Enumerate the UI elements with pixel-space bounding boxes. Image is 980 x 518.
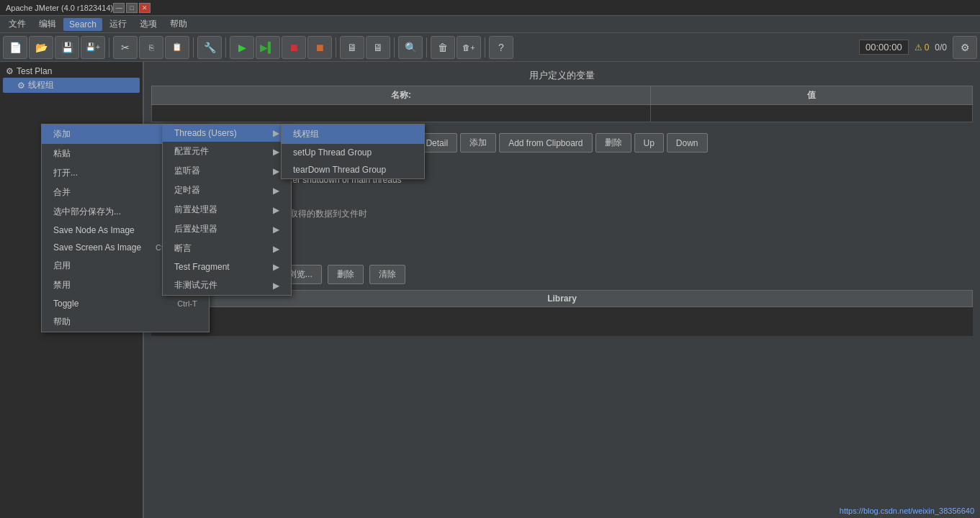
minimize-button[interactable]: —: [113, 3, 125, 13]
toolbar-save-as[interactable]: 💾+: [81, 36, 105, 59]
error-badge: 0/0: [935, 42, 947, 53]
menu-bar: 文件 编辑 Search 运行 选项 帮助: [0, 16, 980, 33]
menu-file[interactable]: 文件: [3, 17, 32, 32]
warning-badge: ⚠ 0: [914, 42, 930, 53]
ctx-help-label: 帮助: [53, 316, 71, 328]
ctx-nontestelem-label: 非测试元件: [174, 279, 217, 291]
timer-display: 00:00:00: [859, 40, 909, 55]
toolbar-clear-all[interactable]: 🗑+: [457, 36, 481, 59]
ctx-save-partial-label: 选中部分保存为...: [53, 206, 121, 218]
title-bar: Apache JMeter (4.0 r1823414) — □ ✕: [0, 0, 980, 16]
menu-edit[interactable]: 编辑: [33, 17, 62, 32]
toolbar-help[interactable]: ?: [489, 36, 513, 59]
ctx-enable-label: 启用: [53, 260, 71, 272]
ctx-assertion-label: 断言: [174, 242, 192, 255]
ctx-teardown-label: tearDown Thread Group: [293, 165, 386, 175]
postprocessor-arrow: ▶: [273, 224, 279, 235]
toggle-shortcut: Ctrl-T: [177, 299, 197, 308]
ctx-help[interactable]: 帮助: [42, 312, 209, 332]
sep3: [225, 37, 226, 58]
config-arrow: ▶: [273, 147, 279, 157]
threads-arrow: ▶: [273, 128, 279, 138]
ctx-toggle-label: Toggle: [53, 299, 78, 309]
ctx-threads-label: Threads (Users): [174, 128, 237, 138]
warning-count: 0: [925, 42, 930, 53]
ctx-threadgroup[interactable]: 线程组: [282, 124, 424, 144]
toolbar-config[interactable]: ⚙: [953, 36, 977, 59]
ctx-teardown-threadgroup[interactable]: tearDown Thread Group: [282, 161, 424, 178]
context-menu-level2: Threads (Users) ▶ 配置元件 ▶ 监听器 ▶ 定时器 ▶ 前置处…: [162, 124, 292, 296]
warning-icon: ⚠: [914, 42, 922, 53]
menu-options[interactable]: 选项: [134, 17, 163, 32]
menu-help[interactable]: 帮助: [164, 17, 193, 32]
ctx-preprocessor[interactable]: 前置处理器 ▶: [163, 200, 291, 219]
toolbar-shutdown[interactable]: ⏹: [307, 36, 332, 59]
ctx-config[interactable]: 配置元件 ▶: [163, 142, 291, 161]
ctx-add-label: 添加: [53, 128, 71, 140]
listener-arrow: ▶: [273, 166, 279, 176]
toolbar-search[interactable]: 🔍: [398, 36, 423, 59]
nontestelem-arrow: ▶: [273, 281, 279, 291]
ctx-config-label: 配置元件: [174, 145, 209, 158]
app-title: Apache JMeter (4.0 r1823414): [6, 4, 113, 12]
error-count: 0/0: [935, 42, 947, 53]
ctx-threadgroup-label: 线程组: [293, 128, 319, 140]
main-area: ⚙ Test Plan ⚙ 线程组 用户定义的变量 名称: 值: [0, 62, 980, 518]
toolbar-remote2[interactable]: 🖥: [366, 36, 390, 59]
toolbar-start[interactable]: ▶: [230, 36, 254, 59]
sep4: [336, 37, 336, 58]
toolbar-expand[interactable]: 🔧: [197, 36, 222, 59]
ctx-disable-label: 禁用: [53, 279, 71, 291]
close-button[interactable]: ✕: [139, 3, 150, 13]
toolbar-open[interactable]: 📂: [29, 36, 53, 59]
preprocessor-arrow: ▶: [273, 205, 279, 215]
ctx-preprocessor-label: 前置处理器: [174, 204, 217, 216]
toolbar-stop[interactable]: ⏹: [282, 36, 306, 59]
ctx-fragment[interactable]: Test Fragment ▶: [163, 258, 291, 276]
ctx-listener[interactable]: 监听器 ▶: [163, 161, 291, 181]
toolbar-remote1[interactable]: 🖥: [340, 36, 364, 59]
ctx-setup-threadgroup[interactable]: setUp Thread Group: [282, 144, 424, 161]
sep5: [394, 37, 395, 58]
ctx-save-screen-label: Save Screen As Image: [53, 242, 141, 253]
sep1: [109, 37, 109, 58]
toolbar-paste[interactable]: 📋: [165, 36, 189, 59]
context-menu-level3: 线程组 setUp Thread Group tearDown Thread G…: [281, 124, 425, 179]
fragment-arrow: ▶: [273, 262, 279, 272]
ctx-postprocessor-label: 后置处理器: [174, 223, 217, 235]
ctx-paste-label: 粘贴: [53, 147, 71, 160]
assertion-arrow: ▶: [273, 244, 279, 254]
toolbar-new[interactable]: 📄: [3, 36, 27, 59]
ctx-assertion[interactable]: 断言 ▶: [163, 239, 291, 258]
sep2: [193, 37, 194, 58]
toolbar-start-no-pause[interactable]: ▶▍: [256, 36, 280, 59]
ctx-fragment-label: Test Fragment: [174, 262, 230, 272]
ctx-nontestelem[interactable]: 非测试元件 ▶: [163, 276, 291, 295]
menu-run[interactable]: 运行: [104, 17, 132, 32]
toolbar: 📄 📂 💾 💾+ ✂ ⎘ 📋 🔧 ▶ ▶▍ ⏹ ⏹ 🖥 🖥 🔍 🗑 🗑+ ? 0…: [0, 33, 980, 62]
ctx-listener-label: 监听器: [174, 165, 200, 177]
ctx-open-label: 打开...: [53, 167, 78, 179]
toolbar-cut[interactable]: ✂: [113, 36, 138, 59]
toolbar-clear[interactable]: 🗑: [431, 36, 455, 59]
toolbar-right: 00:00:00 ⚠ 0 0/0 ⚙: [859, 36, 977, 59]
context-menu-overlay: 添加 ▶ 粘贴 Ctrl-V 打开... 合并 选中部分保存为... Save …: [0, 62, 980, 518]
ctx-timer[interactable]: 定时器 ▶: [163, 181, 291, 200]
maximize-button[interactable]: □: [126, 3, 138, 13]
timer-arrow: ▶: [273, 186, 279, 196]
sep7: [485, 37, 485, 58]
toolbar-save[interactable]: 💾: [55, 36, 79, 59]
menu-search[interactable]: Search: [63, 18, 102, 31]
ctx-merge-label: 合并: [53, 186, 71, 199]
sep6: [426, 37, 427, 58]
ctx-setup-label: setUp Thread Group: [293, 147, 372, 158]
ctx-save-node-label: Save Node As Image: [53, 225, 135, 235]
ctx-threads[interactable]: Threads (Users) ▶: [163, 124, 291, 142]
window-controls: — □ ✕: [113, 3, 150, 13]
ctx-timer-label: 定时器: [174, 184, 200, 196]
ctx-toggle[interactable]: Toggle Ctrl-T: [42, 295, 209, 312]
toolbar-copy[interactable]: ⎘: [139, 36, 163, 59]
ctx-postprocessor[interactable]: 后置处理器 ▶: [163, 219, 291, 239]
